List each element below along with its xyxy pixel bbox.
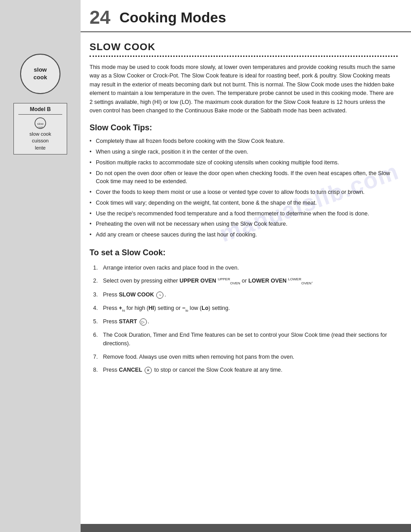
step-5: 5. Press START ▷.: [90, 317, 398, 326]
list-item: Add any cream or cheese sauces during th…: [90, 231, 398, 239]
tips-list: Completely thaw all frozen foods before …: [90, 137, 398, 239]
page-title: Cooking Modes: [120, 9, 226, 26]
step-1: 1. Arrange interior oven racks and place…: [90, 264, 398, 272]
content-area: manualslib.com SLOW COOK This mode may b…: [81, 32, 411, 392]
slow-cook-button-icon: ~: [156, 292, 163, 299]
page-number: 24: [90, 8, 111, 27]
slow-cook-label: slowcook: [34, 66, 47, 82]
set-slow-cook-heading: To set a Slow Cook:: [90, 248, 398, 257]
model-b-icon-slow-cook: slow cook: [18, 116, 62, 130]
tips-heading: Slow Cook Tips:: [90, 123, 398, 133]
list-item: Cook times will vary; depending on the w…: [90, 199, 398, 207]
model-b-icon-text: slow cookcuissonlente: [18, 131, 62, 151]
list-item: Use the recipe's recommended food temper…: [90, 210, 398, 218]
step-7: 7. Remove food. Always use oven mitts wh…: [90, 353, 398, 361]
main-content: 24 Cooking Modes manualslib.com SLOW COO…: [81, 0, 411, 532]
page-header: 24 Cooking Modes: [81, 0, 411, 32]
step-3: 3. Press SLOW COOK ~.: [90, 291, 398, 299]
list-item: Preheating the oven will not be necessar…: [90, 220, 398, 228]
step-8: 8. Press CANCEL ✕ to stop or cancel the …: [90, 366, 398, 374]
list-item: Do not open the oven door often or leave…: [90, 169, 398, 186]
svg-text:slow: slow: [37, 122, 44, 125]
slow-cook-icon: slowcook: [20, 54, 60, 94]
svg-text:cook: cook: [38, 126, 44, 129]
list-item: Cover the foods to keep them moist or us…: [90, 188, 398, 197]
model-b-box: Model B slow cook slow cookcuissonlente: [13, 103, 67, 154]
cancel-button-icon: ✕: [145, 367, 152, 374]
step-4: 4. Press +hi for high (HI) setting or −l…: [90, 304, 398, 313]
list-item: Position multiple racks to accommodate s…: [90, 159, 398, 167]
step-6: 6. The Cook Duration, Timer and End Time…: [90, 331, 398, 348]
section-divider: [90, 56, 398, 57]
model-b-label: Model B: [18, 106, 62, 115]
list-item: When using a single rack, position it in…: [90, 148, 398, 156]
bottom-bar: [81, 524, 411, 532]
list-item: Completely thaw all frozen foods before …: [90, 137, 398, 146]
step-2: 2. Select oven by pressing either UPPER …: [90, 277, 398, 286]
intro-paragraph: This mode may be used to cook foods more…: [90, 63, 398, 115]
start-button-icon: ▷: [140, 318, 147, 326]
steps-list: 1. Arrange interior oven racks and place…: [90, 264, 398, 375]
section-heading: SLOW COOK: [90, 41, 398, 53]
sidebar: slowcook Model B slow cook slow cookcuis…: [0, 0, 81, 532]
